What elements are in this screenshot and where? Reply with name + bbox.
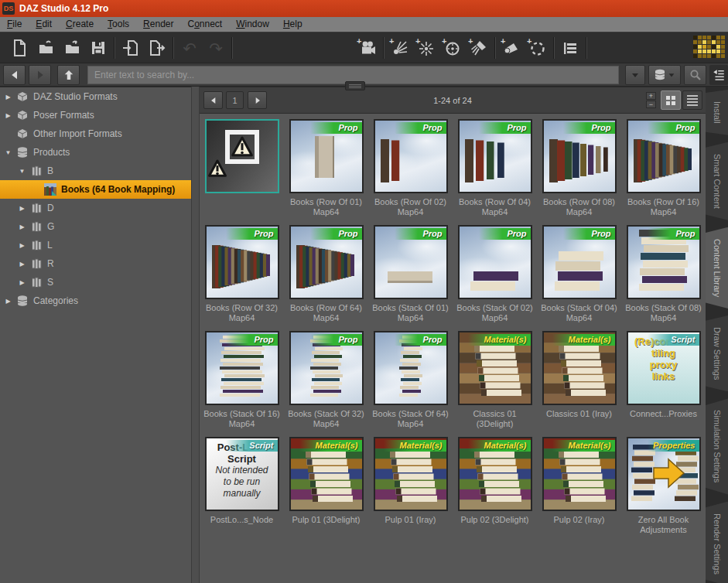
scene-list-button[interactable] bbox=[557, 36, 583, 60]
new-null-button[interactable]: + bbox=[525, 36, 551, 60]
tree-expander-icon[interactable]: ▶ bbox=[3, 112, 13, 119]
size-increase-button[interactable]: + bbox=[646, 92, 656, 100]
page-next-button[interactable] bbox=[248, 91, 267, 109]
menu-create[interactable]: Create bbox=[59, 17, 101, 32]
product-thumbnail-books-stack-of-64-map64[interactable]: PropNEW bbox=[374, 331, 448, 405]
menu-render[interactable]: Render bbox=[136, 17, 180, 32]
new-primitive-button[interactable]: + bbox=[498, 36, 525, 60]
new-point-light-button[interactable]: + bbox=[413, 36, 439, 60]
tree-expander-icon[interactable]: ▶ bbox=[3, 94, 13, 101]
product-thumbnail-books-row-of-64-map64[interactable]: PropNEW bbox=[289, 225, 364, 299]
product-thumbnail-books-stack-of-02-map64[interactable]: PropNEW bbox=[458, 225, 532, 299]
tree-expander-icon[interactable]: ▼ bbox=[17, 168, 27, 175]
product-thumbnail-books-row-of-01-map64[interactable]: PropNEW bbox=[289, 119, 364, 193]
tree-item-s[interactable]: ▶S bbox=[0, 273, 191, 292]
product-thumbnail-postlo-s-node[interactable]: Post-LoadScriptNot intendedto be runmanu… bbox=[205, 437, 279, 511]
type-banner: Material(s) bbox=[468, 334, 531, 346]
grid-view-button[interactable] bbox=[661, 90, 681, 110]
tab-simulation-settings[interactable]: Simulation Settings bbox=[706, 398, 728, 494]
tree-item-products[interactable]: ▼Products bbox=[0, 143, 191, 162]
new-distant-light-button[interactable]: + bbox=[387, 36, 413, 60]
product-thumbnail-classics-01-3delight[interactable]: Material(s)NEW bbox=[458, 331, 532, 405]
tree-item-r[interactable]: ▶R bbox=[0, 254, 191, 273]
tree-item-categories[interactable]: ▶Categories bbox=[0, 292, 191, 310]
content-collapse-grip[interactable] bbox=[345, 81, 365, 90]
product-thumbnail-zero-all-book-adjustments[interactable]: PropertiesNEW bbox=[627, 437, 701, 511]
product-thumbnail-classics-01-iray[interactable]: Material(s)NEW bbox=[542, 331, 617, 405]
product-thumbnail-books-row-of-02-map64[interactable]: PropNEW bbox=[374, 119, 448, 193]
page-prev-button[interactable] bbox=[203, 91, 223, 109]
tab-smart-content[interactable]: Smart Content bbox=[706, 142, 728, 220]
toolbar-separator bbox=[383, 37, 385, 59]
import-file-button[interactable] bbox=[118, 36, 144, 60]
tree-expander-icon[interactable]: ▶ bbox=[17, 279, 27, 286]
list-view-button[interactable] bbox=[682, 90, 702, 110]
tree-expander-icon[interactable]: ▶ bbox=[17, 242, 27, 249]
save-file-button[interactable] bbox=[85, 36, 111, 60]
product-thumbnail-books-stack-of-08-map64[interactable]: PropNEW bbox=[627, 225, 701, 299]
product-thumbnail-pulp-01-iray[interactable]: Material(s)NEW bbox=[374, 437, 448, 511]
tab-content-library[interactable]: Content Library bbox=[706, 227, 728, 309]
product-cell: NEW bbox=[200, 116, 284, 222]
new-camera-button[interactable]: + bbox=[354, 36, 381, 60]
tree-item-g[interactable]: ▶G bbox=[0, 217, 191, 236]
tab-install[interactable]: Install bbox=[706, 90, 728, 135]
type-banner: Material(s) bbox=[552, 440, 615, 452]
tree-item-d[interactable]: ▶D bbox=[0, 199, 191, 217]
product-thumbnail-connect-proxies[interactable]: (Re)connecttilingproxylinksScriptNEW bbox=[627, 331, 701, 405]
menu-file[interactable]: File bbox=[0, 17, 29, 32]
database-filter-button[interactable] bbox=[648, 65, 681, 85]
undo-button[interactable]: ↶ bbox=[176, 36, 203, 60]
tree-item-l[interactable]: ▶L bbox=[0, 236, 191, 254]
tree-item-b[interactable]: ▼B bbox=[0, 162, 191, 180]
new-file-button[interactable] bbox=[6, 36, 32, 60]
type-banner: Prop bbox=[563, 122, 614, 134]
product-thumbnail-pulp-01-3delight[interactable]: Material(s)NEW bbox=[289, 437, 364, 511]
size-decrease-button[interactable]: − bbox=[646, 101, 656, 108]
tree-item-daz-studio-formats[interactable]: ▶DAZ Studio Formats bbox=[0, 87, 191, 106]
panel-splitter[interactable] bbox=[191, 87, 200, 583]
product-thumbnail-books-stack-of-32-map64[interactable]: PropNEW bbox=[289, 331, 364, 405]
tree-expander-icon[interactable]: ▶ bbox=[17, 205, 27, 212]
tree-expander-icon[interactable]: ▶ bbox=[3, 298, 13, 305]
tab-draw-settings[interactable]: Draw Settings bbox=[706, 315, 728, 391]
product-thumbnail-books-row-of-32-map64[interactable]: PropNEW bbox=[205, 225, 279, 299]
up-directory-button[interactable] bbox=[57, 65, 80, 85]
product-thumbnail-books-row-of-04-map64[interactable]: PropNEW bbox=[458, 119, 532, 193]
menu-edit[interactable]: Edit bbox=[29, 17, 59, 32]
product-thumbnail-books-row-of-16-map64[interactable]: PropNEW bbox=[627, 119, 701, 193]
new-linear-point-light-button[interactable]: + bbox=[439, 36, 466, 60]
menu-window[interactable]: Window bbox=[229, 17, 276, 32]
menu-help[interactable]: Help bbox=[276, 17, 309, 32]
tree-expander-icon[interactable]: ▼ bbox=[3, 149, 13, 156]
menu-tools[interactable]: Tools bbox=[101, 17, 136, 32]
product-cell: PropNEWBooks (Row Of 01) Map64 bbox=[284, 116, 368, 222]
menu-connect[interactable]: Connect bbox=[180, 17, 229, 32]
product-thumbnail-pulp-02-3delight[interactable]: Material(s)NEW bbox=[458, 437, 532, 511]
merge-file-button[interactable] bbox=[59, 36, 85, 60]
product-thumbnail-books-row-of-08-map64[interactable]: PropNEW bbox=[542, 119, 617, 193]
export-file-button[interactable] bbox=[144, 36, 170, 60]
box-icon bbox=[13, 109, 32, 121]
type-banner: Prop bbox=[226, 228, 277, 240]
redo-button[interactable]: ↷ bbox=[203, 36, 229, 60]
product-thumbnail-books-stack-of-04-map64[interactable]: PropNEW bbox=[542, 225, 617, 299]
tree-expander-icon[interactable]: ▶ bbox=[17, 261, 27, 268]
pane-options-button[interactable] bbox=[709, 65, 728, 85]
back-button[interactable] bbox=[3, 65, 26, 85]
forward-button[interactable] bbox=[29, 65, 51, 85]
tree-expander-icon[interactable]: ▶ bbox=[17, 223, 27, 230]
tree-item-poser-formats[interactable]: ▶Poser Formats bbox=[0, 106, 191, 124]
search-go-button[interactable] bbox=[684, 65, 706, 85]
page-number[interactable]: 1 bbox=[226, 91, 244, 109]
tree-item-other-import-formats[interactable]: Other Import Formats bbox=[0, 124, 191, 143]
search-dropdown-button[interactable] bbox=[625, 65, 645, 85]
product-thumbnail-books-stack-of-16-map64[interactable]: PropNEW bbox=[205, 331, 279, 405]
open-file-button[interactable] bbox=[32, 36, 59, 60]
product-thumbnail-books-stack-of-01-map64[interactable]: PropNEW bbox=[374, 225, 448, 299]
product-thumbnail-pulp-02-iray[interactable]: Material(s)NEW bbox=[542, 437, 617, 511]
tab-render-settings[interactable]: Render Settings bbox=[706, 502, 728, 583]
product-thumbnail-unavailable[interactable]: NEW bbox=[205, 119, 279, 193]
new-spotlight-button[interactable]: + bbox=[466, 36, 492, 60]
tree-item-books-64-book-mapping[interactable]: Books (64 Book Mapping) bbox=[0, 180, 191, 199]
